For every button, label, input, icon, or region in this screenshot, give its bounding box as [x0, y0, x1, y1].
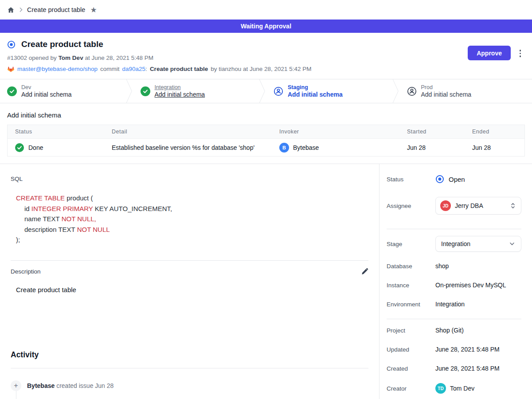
status-value: Open — [449, 176, 465, 183]
task-status: Done — [28, 144, 43, 151]
description-text: Create product table — [16, 286, 368, 293]
stage-separator — [125, 79, 133, 103]
task-ended: Jun 28 — [472, 144, 524, 151]
commit-word: commit — [100, 66, 120, 72]
description-label: Description — [11, 268, 41, 275]
home-icon[interactable] — [7, 6, 15, 14]
stage-select[interactable]: Integration — [435, 236, 521, 252]
created-value: June 28, 2021 5:48 PM — [435, 365, 500, 372]
col-detail: Detail — [112, 129, 279, 135]
issue-opened-time: at June 28, 2021 5:48 PM — [85, 55, 153, 61]
stage-value: Integration — [441, 240, 509, 247]
open-status-icon — [435, 175, 444, 184]
more-options-kebab-icon[interactable] — [518, 48, 523, 59]
divider — [11, 368, 368, 368]
commit-byline: by tianzhou at June 28, 2021 5:42 PM — [211, 66, 311, 72]
status-label: Status — [387, 176, 435, 183]
updated-value: June 28, 2021 5:48 PM — [435, 346, 500, 353]
stage-separator — [258, 79, 266, 103]
check-circle-icon — [7, 86, 17, 96]
table-row[interactable]: Done Established baseline version %s for… — [8, 138, 524, 156]
project-value: Shop (Git) — [435, 327, 464, 334]
commit-message: Create product table — [150, 66, 208, 72]
divider — [387, 319, 521, 319]
bytebase-avatar: B — [279, 143, 289, 153]
sql-label: SQL — [11, 176, 368, 182]
check-circle-icon — [15, 143, 24, 152]
task-table-header: Status Detail Invoker Started Ended — [8, 125, 524, 138]
selector-updown-icon — [509, 202, 516, 209]
person-circle-icon — [407, 86, 417, 96]
branch-repo-link[interactable]: master@bytebase-demo/shop — [17, 66, 98, 72]
gitlab-icon — [7, 65, 15, 73]
favorite-star-icon[interactable]: ★ — [90, 6, 97, 14]
creator-label: Creator — [387, 385, 435, 392]
divider — [387, 229, 521, 229]
stage-task-label: Add initial schema — [421, 91, 472, 98]
activity-heading: Activity — [11, 350, 368, 360]
issue-author: Tom Dev — [59, 55, 83, 61]
check-circle-icon — [141, 86, 150, 96]
task-heading: Add initial schema — [7, 111, 525, 119]
page-title: Create product table — [21, 39, 103, 49]
task-started: Jun 28 — [407, 144, 472, 151]
activity-actor: Bytebase — [27, 382, 55, 389]
col-ended: Ended — [472, 129, 524, 135]
stage-env-label: Prod — [421, 84, 472, 90]
stage-env-label: Dev — [21, 84, 72, 90]
activity-date: Jun 28 — [95, 382, 113, 389]
sql-code-block: CREATE TABLE product ( id INTEGER PRIMAR… — [16, 193, 368, 245]
creator-value: Tom Dev — [450, 385, 474, 392]
commit-hash-link[interactable]: da90a25 — [122, 66, 146, 72]
created-label: Created — [387, 365, 435, 372]
vcs-commit-row: master@bytebase-demo/shop commit da90a25… — [7, 65, 525, 73]
database-label: Database — [387, 263, 435, 270]
divider — [11, 260, 368, 261]
project-label: Project — [387, 327, 435, 334]
breadcrumb-current-page: Create product table — [27, 6, 85, 13]
task-table: Status Detail Invoker Started Ended Done… — [7, 125, 525, 156]
col-invoker: Invoker — [279, 129, 407, 135]
issue-id: #13002 opened by — [7, 55, 57, 61]
stage-integration[interactable]: Integration Add initial schema — [133, 79, 266, 103]
assignee-label: Assignee — [387, 203, 435, 209]
chevron-right-icon — [19, 7, 23, 13]
person-circle-icon — [274, 86, 283, 96]
stage-dev[interactable]: Dev Add initial schema — [0, 79, 133, 103]
stage-task-label: Add initial schema — [288, 91, 343, 98]
stage-prod[interactable]: Prod Add initial schema — [399, 79, 532, 103]
approve-button[interactable]: Approve — [468, 46, 511, 60]
plus-icon: + — [11, 380, 21, 391]
issue-meta: #13002 opened by Tom Dev at June 28, 202… — [7, 55, 525, 61]
environment-value: Integration — [435, 301, 465, 308]
stage-separator — [392, 79, 399, 103]
assignee-value: Jerry DBA — [455, 202, 505, 209]
stage-env-label: Staging — [288, 84, 343, 90]
stage-staging[interactable]: Staging Add initial schema — [266, 79, 399, 103]
stage-label: Stage — [387, 241, 435, 247]
banner-text: Waiting Approval — [241, 23, 291, 30]
breadcrumb: Create product table ★ — [0, 0, 532, 20]
task-detail: Established baseline version %s for data… — [112, 144, 279, 151]
timeline-connector — [16, 391, 16, 399]
assignee-select[interactable]: JD Jerry DBA — [435, 197, 521, 215]
issue-open-status-icon — [7, 40, 16, 49]
instance-value: On-premises Dev MySQL — [435, 282, 506, 289]
edit-pencil-icon[interactable] — [361, 268, 368, 275]
environment-label: Environment — [387, 301, 435, 308]
issue-detail-panel: SQL CREATE TABLE product ( id INTEGER PR… — [0, 164, 379, 399]
waiting-approval-banner: Waiting Approval — [0, 20, 532, 33]
creator-avatar: TD — [435, 383, 446, 394]
activity-action: created issue — [56, 382, 93, 389]
assignee-avatar: JD — [440, 200, 451, 211]
issue-header: Create product table #13002 opened by To… — [0, 33, 532, 79]
task-invoker: Bytebase — [293, 144, 319, 151]
task-section: Add initial schema Status Detail Invoker… — [0, 103, 532, 164]
stage-task-label: Add initial schema — [155, 91, 205, 98]
stage-env-label: Integration — [155, 84, 205, 90]
activity-item: + Bytebase created issue Jun 28 — [11, 380, 368, 391]
issue-sidebar: Status Open Assignee JD Jerry DBA Stage … — [379, 164, 532, 399]
stage-task-label: Add initial schema — [21, 91, 72, 98]
pipeline-stage-bar: Dev Add initial schema Integration Add i… — [0, 79, 532, 103]
updated-label: Updated — [387, 346, 435, 353]
